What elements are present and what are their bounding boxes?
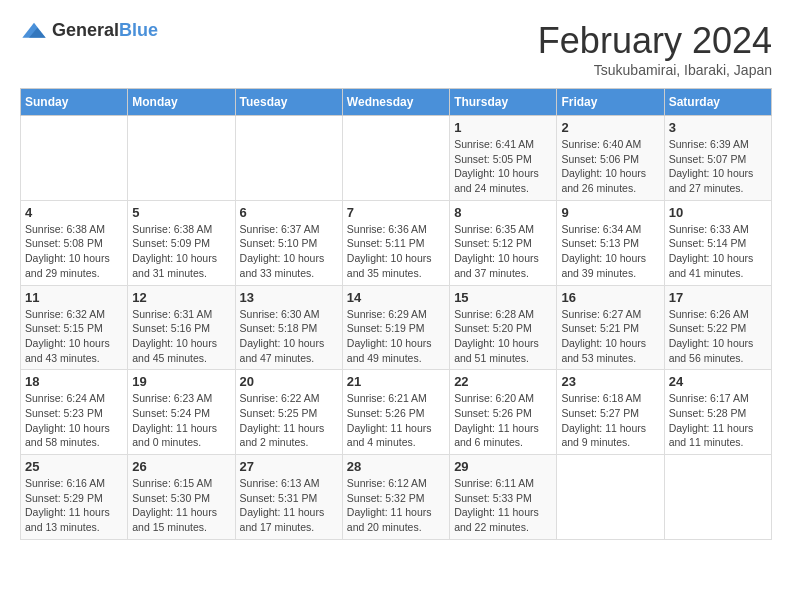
title-area: February 2024 Tsukubamirai, Ibaraki, Jap… [538,20,772,78]
weekday-header-sunday: Sunday [21,89,128,116]
calendar-week-3: 11Sunrise: 6:32 AMSunset: 5:15 PMDayligh… [21,285,772,370]
day-info: Sunrise: 6:40 AMSunset: 5:06 PMDaylight:… [561,137,659,196]
logo: GeneralBlue [20,20,158,41]
calendar-cell: 21Sunrise: 6:21 AMSunset: 5:26 PMDayligh… [342,370,449,455]
day-info: Sunrise: 6:26 AMSunset: 5:22 PMDaylight:… [669,307,767,366]
calendar-cell: 28Sunrise: 6:12 AMSunset: 5:32 PMDayligh… [342,455,449,540]
day-info: Sunrise: 6:38 AMSunset: 5:09 PMDaylight:… [132,222,230,281]
calendar-cell: 9Sunrise: 6:34 AMSunset: 5:13 PMDaylight… [557,200,664,285]
day-number: 18 [25,374,123,389]
calendar-cell [557,455,664,540]
day-number: 29 [454,459,552,474]
calendar-cell: 23Sunrise: 6:18 AMSunset: 5:27 PMDayligh… [557,370,664,455]
calendar-cell: 29Sunrise: 6:11 AMSunset: 5:33 PMDayligh… [450,455,557,540]
calendar-cell: 22Sunrise: 6:20 AMSunset: 5:26 PMDayligh… [450,370,557,455]
day-info: Sunrise: 6:33 AMSunset: 5:14 PMDaylight:… [669,222,767,281]
day-info: Sunrise: 6:11 AMSunset: 5:33 PMDaylight:… [454,476,552,535]
calendar-cell: 25Sunrise: 6:16 AMSunset: 5:29 PMDayligh… [21,455,128,540]
calendar-cell: 1Sunrise: 6:41 AMSunset: 5:05 PMDaylight… [450,116,557,201]
calendar-cell: 27Sunrise: 6:13 AMSunset: 5:31 PMDayligh… [235,455,342,540]
day-number: 1 [454,120,552,135]
day-number: 17 [669,290,767,305]
calendar-cell: 12Sunrise: 6:31 AMSunset: 5:16 PMDayligh… [128,285,235,370]
day-info: Sunrise: 6:16 AMSunset: 5:29 PMDaylight:… [25,476,123,535]
calendar-week-1: 1Sunrise: 6:41 AMSunset: 5:05 PMDaylight… [21,116,772,201]
calendar-cell: 10Sunrise: 6:33 AMSunset: 5:14 PMDayligh… [664,200,771,285]
day-info: Sunrise: 6:28 AMSunset: 5:20 PMDaylight:… [454,307,552,366]
day-number: 7 [347,205,445,220]
month-year-title: February 2024 [538,20,772,62]
day-info: Sunrise: 6:18 AMSunset: 5:27 PMDaylight:… [561,391,659,450]
day-info: Sunrise: 6:37 AMSunset: 5:10 PMDaylight:… [240,222,338,281]
day-info: Sunrise: 6:17 AMSunset: 5:28 PMDaylight:… [669,391,767,450]
calendar-cell: 16Sunrise: 6:27 AMSunset: 5:21 PMDayligh… [557,285,664,370]
day-number: 13 [240,290,338,305]
calendar-cell [342,116,449,201]
weekday-header-tuesday: Tuesday [235,89,342,116]
weekday-header-wednesday: Wednesday [342,89,449,116]
location-subtitle: Tsukubamirai, Ibaraki, Japan [538,62,772,78]
calendar-cell: 7Sunrise: 6:36 AMSunset: 5:11 PMDaylight… [342,200,449,285]
day-number: 10 [669,205,767,220]
weekday-header-thursday: Thursday [450,89,557,116]
logo-icon [20,21,48,41]
calendar-cell: 19Sunrise: 6:23 AMSunset: 5:24 PMDayligh… [128,370,235,455]
day-info: Sunrise: 6:41 AMSunset: 5:05 PMDaylight:… [454,137,552,196]
calendar-cell: 15Sunrise: 6:28 AMSunset: 5:20 PMDayligh… [450,285,557,370]
day-number: 24 [669,374,767,389]
day-info: Sunrise: 6:27 AMSunset: 5:21 PMDaylight:… [561,307,659,366]
calendar-cell: 20Sunrise: 6:22 AMSunset: 5:25 PMDayligh… [235,370,342,455]
day-number: 6 [240,205,338,220]
day-info: Sunrise: 6:35 AMSunset: 5:12 PMDaylight:… [454,222,552,281]
day-info: Sunrise: 6:13 AMSunset: 5:31 PMDaylight:… [240,476,338,535]
day-info: Sunrise: 6:32 AMSunset: 5:15 PMDaylight:… [25,307,123,366]
day-info: Sunrise: 6:38 AMSunset: 5:08 PMDaylight:… [25,222,123,281]
calendar-cell: 14Sunrise: 6:29 AMSunset: 5:19 PMDayligh… [342,285,449,370]
calendar-cell [664,455,771,540]
day-info: Sunrise: 6:39 AMSunset: 5:07 PMDaylight:… [669,137,767,196]
calendar-cell: 18Sunrise: 6:24 AMSunset: 5:23 PMDayligh… [21,370,128,455]
day-number: 14 [347,290,445,305]
day-info: Sunrise: 6:30 AMSunset: 5:18 PMDaylight:… [240,307,338,366]
day-info: Sunrise: 6:23 AMSunset: 5:24 PMDaylight:… [132,391,230,450]
calendar-week-5: 25Sunrise: 6:16 AMSunset: 5:29 PMDayligh… [21,455,772,540]
day-number: 4 [25,205,123,220]
calendar-cell: 24Sunrise: 6:17 AMSunset: 5:28 PMDayligh… [664,370,771,455]
day-number: 8 [454,205,552,220]
day-number: 12 [132,290,230,305]
calendar-cell: 8Sunrise: 6:35 AMSunset: 5:12 PMDaylight… [450,200,557,285]
calendar-table: SundayMondayTuesdayWednesdayThursdayFrid… [20,88,772,540]
calendar-cell: 2Sunrise: 6:40 AMSunset: 5:06 PMDaylight… [557,116,664,201]
day-number: 27 [240,459,338,474]
day-info: Sunrise: 6:31 AMSunset: 5:16 PMDaylight:… [132,307,230,366]
day-number: 15 [454,290,552,305]
day-info: Sunrise: 6:15 AMSunset: 5:30 PMDaylight:… [132,476,230,535]
calendar-cell [235,116,342,201]
calendar-cell [21,116,128,201]
day-number: 21 [347,374,445,389]
calendar-cell: 3Sunrise: 6:39 AMSunset: 5:07 PMDaylight… [664,116,771,201]
day-number: 20 [240,374,338,389]
day-number: 26 [132,459,230,474]
day-number: 19 [132,374,230,389]
calendar-cell: 5Sunrise: 6:38 AMSunset: 5:09 PMDaylight… [128,200,235,285]
calendar-cell [128,116,235,201]
day-number: 23 [561,374,659,389]
calendar-week-2: 4Sunrise: 6:38 AMSunset: 5:08 PMDaylight… [21,200,772,285]
calendar-cell: 4Sunrise: 6:38 AMSunset: 5:08 PMDaylight… [21,200,128,285]
day-number: 2 [561,120,659,135]
page-header: GeneralBlue February 2024 Tsukubamirai, … [20,20,772,78]
calendar-cell: 26Sunrise: 6:15 AMSunset: 5:30 PMDayligh… [128,455,235,540]
logo-blue-text: Blue [119,20,158,40]
day-number: 11 [25,290,123,305]
day-info: Sunrise: 6:34 AMSunset: 5:13 PMDaylight:… [561,222,659,281]
weekday-header-saturday: Saturday [664,89,771,116]
calendar-cell: 11Sunrise: 6:32 AMSunset: 5:15 PMDayligh… [21,285,128,370]
day-number: 25 [25,459,123,474]
day-number: 16 [561,290,659,305]
day-info: Sunrise: 6:22 AMSunset: 5:25 PMDaylight:… [240,391,338,450]
weekday-header-monday: Monday [128,89,235,116]
logo-general-text: General [52,20,119,40]
day-info: Sunrise: 6:20 AMSunset: 5:26 PMDaylight:… [454,391,552,450]
weekday-header-row: SundayMondayTuesdayWednesdayThursdayFrid… [21,89,772,116]
